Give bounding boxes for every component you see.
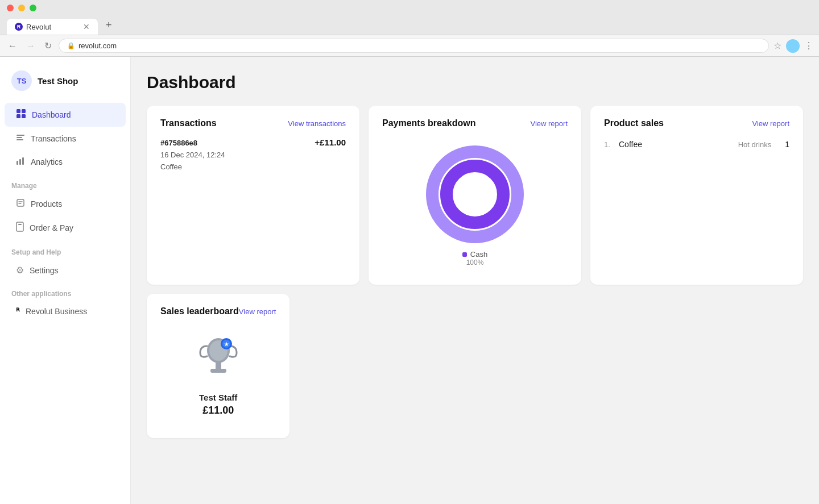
close-dot[interactable] xyxy=(7,5,14,11)
svg-rect-7 xyxy=(16,161,18,165)
product-name: Coffee xyxy=(619,140,734,149)
profile-circle[interactable] xyxy=(786,39,800,53)
view-product-sales-report-link[interactable]: View report xyxy=(752,119,789,128)
tab-favicon: R xyxy=(15,23,23,31)
transactions-card-header: Transactions View transactions xyxy=(160,118,346,128)
maximize-dot[interactable] xyxy=(30,5,36,11)
url-field[interactable]: 🔒 revolut.com xyxy=(59,39,769,53)
svg-rect-4 xyxy=(16,135,24,136)
sidebar-item-revolut-business[interactable]: ᴿ Revolut Business xyxy=(5,301,126,322)
svg-rect-19 xyxy=(210,369,226,373)
sidebar-item-label: Transactions xyxy=(31,134,76,143)
view-payments-report-link[interactable]: View report xyxy=(530,119,568,128)
sidebar-item-label: Dashboard xyxy=(32,110,71,119)
transactions-card-title: Transactions xyxy=(160,118,217,128)
svg-rect-10 xyxy=(17,199,24,206)
leaderboard-card-title: Sales leaderboard xyxy=(160,306,239,316)
transaction-date: 16 Dec 2024, 12:24 xyxy=(160,149,225,161)
transaction-amount: +£11.00 xyxy=(315,138,346,147)
address-bar: ← → ↻ 🔒 revolut.com ☆ ⋮ xyxy=(0,35,819,57)
product-category: Hot drinks xyxy=(738,140,772,149)
sidebar-item-label: Analytics xyxy=(31,157,63,166)
transaction-item: #675886e8 16 Dec 2024, 12:24 Coffee +£11… xyxy=(160,138,346,173)
sidebar-item-label: Settings xyxy=(30,266,59,275)
sidebar-item-analytics[interactable]: Analytics xyxy=(5,151,126,173)
transaction-description: Coffee xyxy=(160,161,225,173)
donut-chart-container: Cash 100% xyxy=(382,138,568,272)
svg-rect-18 xyxy=(216,362,221,370)
sidebar-item-label: Products xyxy=(31,199,62,209)
sidebar-item-settings[interactable]: ⚙ Settings xyxy=(5,259,126,281)
forward-button[interactable]: → xyxy=(24,40,38,52)
transactions-icon xyxy=(16,133,25,144)
product-sales-card-header: Product sales View report xyxy=(604,118,789,128)
sidebar-item-label: Order & Pay xyxy=(30,223,73,232)
svg-rect-5 xyxy=(16,137,22,138)
browser-tab[interactable]: R Revolut ✕ xyxy=(7,19,98,35)
browser-chrome: R Revolut ✕ + xyxy=(0,0,819,35)
sidebar-item-label: Revolut Business xyxy=(26,307,87,316)
svg-rect-0 xyxy=(16,109,20,113)
payments-card: Payments breakdown View report Cash xyxy=(369,106,581,285)
transaction-details: #675886e8 16 Dec 2024, 12:24 Coffee xyxy=(160,138,225,173)
revolut-icon: ᴿ xyxy=(16,306,20,316)
transaction-id: #675886e8 xyxy=(160,138,225,149)
legend-percentage: 100% xyxy=(466,259,484,266)
tab-label: Revolut xyxy=(26,23,51,31)
tab-bar: R Revolut ✕ + xyxy=(7,16,812,35)
minimize-dot[interactable] xyxy=(18,5,25,11)
browser-actions: ☆ ⋮ xyxy=(774,39,813,53)
payments-card-title: Payments breakdown xyxy=(382,118,476,128)
staff-amount: £11.00 xyxy=(202,405,234,416)
top-cards-row: Transactions View transactions #675886e8… xyxy=(147,106,803,285)
setup-section-label: Setup and Help xyxy=(0,240,130,259)
new-tab-button[interactable]: + xyxy=(100,16,118,35)
page-title: Dashboard xyxy=(147,73,803,92)
view-transactions-link[interactable]: View transactions xyxy=(288,119,346,128)
payments-card-header: Payments breakdown View report xyxy=(382,118,568,128)
product-sales-card: Product sales View report 1. Coffee Hot … xyxy=(590,106,803,285)
view-leaderboard-report-link[interactable]: View report xyxy=(239,307,276,316)
trophy-icon: ★ xyxy=(196,335,241,386)
svg-rect-6 xyxy=(16,139,23,140)
product-rank: 1. xyxy=(604,140,614,149)
transactions-card: Transactions View transactions #675886e8… xyxy=(147,106,359,285)
analytics-icon xyxy=(16,156,25,168)
sidebar-item-products[interactable]: Products xyxy=(5,193,126,215)
products-icon xyxy=(16,198,25,210)
url-text: revolut.com xyxy=(78,41,117,50)
product-quantity: 1 xyxy=(785,140,789,149)
legend-dot xyxy=(462,252,467,257)
dashboard-icon xyxy=(16,109,26,121)
staff-name: Test Staff xyxy=(199,393,237,402)
svg-rect-1 xyxy=(22,109,26,113)
svg-rect-12 xyxy=(18,224,22,225)
product-row: 1. Coffee Hot drinks 1 xyxy=(604,138,789,151)
svg-rect-8 xyxy=(19,159,21,165)
svg-rect-11 xyxy=(16,222,23,231)
svg-rect-9 xyxy=(22,157,24,165)
leaderboard-content: ★ Test Staff £11.00 xyxy=(160,326,276,426)
sidebar-item-dashboard[interactable]: Dashboard xyxy=(5,103,126,127)
sidebar-item-transactions[interactable]: Transactions xyxy=(5,127,126,150)
order-pay-icon xyxy=(16,222,24,234)
lock-icon: 🔒 xyxy=(67,42,75,49)
reload-button[interactable]: ↻ xyxy=(42,39,54,52)
brand-name: Test Shop xyxy=(38,76,78,86)
tab-close-button[interactable]: ✕ xyxy=(83,22,90,31)
svg-rect-3 xyxy=(22,114,26,118)
svg-point-15 xyxy=(455,174,495,214)
svg-text:★: ★ xyxy=(224,341,229,347)
sidebar-item-order-pay[interactable]: Order & Pay xyxy=(5,216,126,240)
sidebar-brand[interactable]: TS Test Shop xyxy=(0,66,130,102)
back-button[interactable]: ← xyxy=(6,40,19,52)
leaderboard-card: Sales leaderboard View report xyxy=(147,294,289,438)
more-button[interactable]: ⋮ xyxy=(804,40,813,51)
other-section-label: Other applications xyxy=(0,282,130,300)
product-sales-card-title: Product sales xyxy=(604,118,664,128)
app-layout: TS Test Shop Dashboard xyxy=(0,57,819,504)
settings-icon: ⚙ xyxy=(16,265,24,276)
manage-section-label: Manage xyxy=(0,174,130,192)
bookmark-button[interactable]: ☆ xyxy=(774,40,781,51)
donut-chart xyxy=(424,143,526,245)
